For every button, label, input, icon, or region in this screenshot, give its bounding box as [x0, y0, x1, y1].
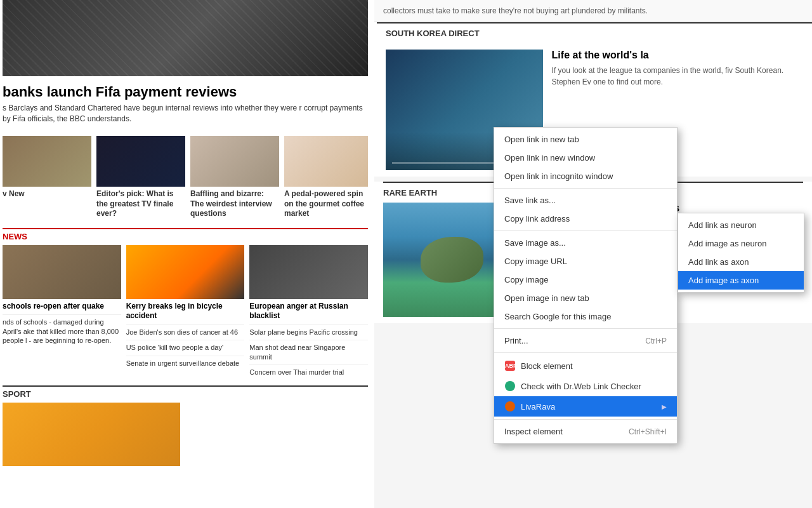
menu-copy-image-label: Copy image — [504, 275, 667, 284]
article-top-text: collectors must take to make sure they'r… — [383, 5, 803, 17]
separator-3 — [494, 328, 677, 329]
menu-search-google-image-label: Search Google for this image — [504, 312, 667, 321]
cards-row: v New Editor's pick: What is the greates… — [3, 136, 368, 219]
menu-livarava-label: LivaRava — [521, 402, 662, 411]
menu-save-image-as[interactable]: Save image as... — [494, 234, 677, 252]
sub-menu-add-image-axon-label: Add image as axon — [688, 276, 794, 285]
menu-open-image-new-tab-label: Open image in new tab — [504, 293, 667, 303]
sub-menu-add-link-axon-label: Add link as axon — [688, 257, 794, 267]
sub-menu-add-link-neuron-label: Add link as neuron — [688, 220, 794, 230]
card-interview-title: Baffling and bizarre: The weirdest inter… — [190, 189, 279, 219]
separator-2 — [494, 231, 677, 231]
cyclist-sub-3[interactable]: Senate in urgent surveillance debate — [126, 356, 245, 368]
politician-img — [249, 245, 368, 299]
drweb-icon — [504, 380, 516, 392]
menu-open-link-new-window[interactable]: Open link in new window — [494, 149, 677, 167]
sport-img — [3, 403, 180, 466]
card-tv[interactable]: Editor's pick: What is the greatest TV f… — [96, 136, 185, 219]
featured-headline[interactable]: Life at the world's la — [552, 50, 803, 61]
news-rows: schools re-open after quake nds of schoo… — [3, 245, 368, 377]
south-korea-section-title: SOUTH KOREA DIRECT — [377, 22, 812, 43]
card-coffee-title: A pedal-powered spin on the gourmet coff… — [284, 189, 368, 219]
menu-inspect-element[interactable]: Inspect element Ctrl+Shift+I — [494, 422, 677, 441]
menu-inspect-element-label: Inspect element — [504, 427, 616, 436]
sub-menu-add-link-neuron[interactable]: Add link as neuron — [678, 216, 804, 234]
menu-inspect-shortcut: Ctrl+Shift+I — [629, 427, 667, 436]
separator-1 — [494, 188, 677, 189]
menu-check-drweb[interactable]: Check with Dr.Web Link Checker — [494, 376, 677, 396]
card-coffee[interactable]: A pedal-powered spin on the gourmet coff… — [284, 136, 368, 219]
menu-check-drweb-label: Check with Dr.Web Link Checker — [521, 382, 667, 391]
sub-menu-add-link-axon[interactable]: Add link as axon — [678, 253, 804, 271]
cyclist-sub-1[interactable]: Joe Biden's son dies of cancer at 46 — [126, 324, 245, 337]
menu-block-element-label: Block element — [521, 361, 667, 371]
cyclist-img — [126, 245, 245, 299]
quake-title[interactable]: schools re-open after quake — [3, 302, 121, 312]
menu-save-link-as[interactable]: Save link as... — [494, 191, 677, 210]
card-coffee-img — [284, 136, 368, 187]
news-col-quake: schools re-open after quake nds of schoo… — [3, 245, 121, 377]
liva-icon — [504, 401, 516, 412]
politician-sub-1[interactable]: Solar plane begins Pacific crossing — [249, 324, 368, 337]
sub-menu-add-image-neuron[interactable]: Add image as neuron — [678, 234, 804, 253]
card-cricket[interactable]: v New — [3, 136, 91, 219]
menu-open-link-incognito-label: Open link in incognito window — [504, 171, 667, 181]
separator-4 — [494, 352, 677, 353]
sub-context-menu: Add link as neuron Add image as neuron A… — [678, 213, 804, 293]
article-top: collectors must take to make sure they'r… — [374, 0, 812, 22]
menu-save-image-as-label: Save image as... — [504, 238, 667, 248]
news-label: NEWS — [3, 228, 368, 241]
menu-copy-image[interactable]: Copy image — [494, 271, 677, 289]
menu-copy-image-url-label: Copy image URL — [504, 257, 667, 266]
breaking-news-image — [3, 0, 368, 76]
sub-menu-add-image-neuron-label: Add image as neuron — [688, 239, 794, 248]
cyclist-title[interactable]: Kerry breaks leg in bicycle accident — [126, 302, 245, 321]
politician-sub-2[interactable]: Man shot dead near Singapore summit — [249, 340, 368, 361]
menu-copy-link-address[interactable]: Copy link address — [494, 210, 677, 228]
menu-print[interactable]: Print... Ctrl+P — [494, 331, 677, 350]
menu-save-link-as-label: Save link as... — [504, 196, 667, 205]
menu-print-label: Print... — [504, 336, 632, 345]
card-tv-title: Editor's pick: What is the greatest TV f… — [96, 189, 185, 219]
quake-img — [3, 245, 121, 299]
politician-sub-3[interactable]: Concern over Thai murder trial — [249, 364, 368, 377]
menu-search-google-image[interactable]: Search Google for this image — [494, 307, 677, 326]
menu-print-shortcut: Ctrl+P — [645, 337, 667, 345]
news-col-politician: European anger at Russian blacklist Sola… — [249, 245, 368, 377]
menu-open-link-new-tab[interactable]: Open link in new tab — [494, 130, 677, 149]
context-menu: Open link in new tab Open link in new wi… — [494, 127, 678, 444]
card-cricket-img — [3, 136, 91, 187]
card-cricket-title: v New — [3, 189, 91, 199]
cyclist-sub-2[interactable]: US police 'kill two people a day' — [126, 340, 245, 352]
menu-open-link-new-tab-label: Open link in new tab — [504, 135, 667, 144]
sub-menu-add-image-axon[interactable]: Add image as axon — [678, 271, 804, 290]
card-interview[interactable]: Baffling and bizarre: The weirdest inter… — [190, 136, 279, 219]
menu-open-link-incognito[interactable]: Open link in incognito window — [494, 167, 677, 185]
separator-5 — [494, 419, 677, 420]
menu-block-element[interactable]: ABP Block element — [494, 356, 677, 376]
headline-desc: s Barclays and Standard Chartered have b… — [3, 103, 368, 124]
main-headline: banks launch Fifa payment reviews — [3, 84, 368, 100]
menu-open-link-new-window-label: Open link in new window — [504, 153, 667, 163]
featured-desc: If you look at the league ta companies i… — [552, 65, 803, 88]
menu-open-image-new-tab[interactable]: Open image in new tab — [494, 289, 677, 307]
submenu-arrow-icon: ▶ — [662, 403, 667, 410]
news-col-cyclist: Kerry breaks leg in bicycle accident Joe… — [126, 245, 245, 377]
menu-livarava[interactable]: LivaRava ▶ — [494, 396, 677, 417]
left-panel: banks launch Fifa payment reviews s Barc… — [0, 0, 368, 508]
card-tv-img — [96, 136, 185, 187]
politician-title[interactable]: European anger at Russian blacklist — [249, 302, 368, 321]
quake-sub: nds of schools - damaged during April's … — [3, 314, 121, 345]
abp-icon: ABP — [504, 360, 516, 371]
sport-label: SPORT — [3, 385, 368, 399]
menu-copy-image-url[interactable]: Copy image URL — [494, 252, 677, 271]
menu-copy-link-address-label: Copy link address — [504, 214, 667, 224]
card-interview-img — [190, 136, 279, 187]
island-img — [383, 203, 508, 317]
